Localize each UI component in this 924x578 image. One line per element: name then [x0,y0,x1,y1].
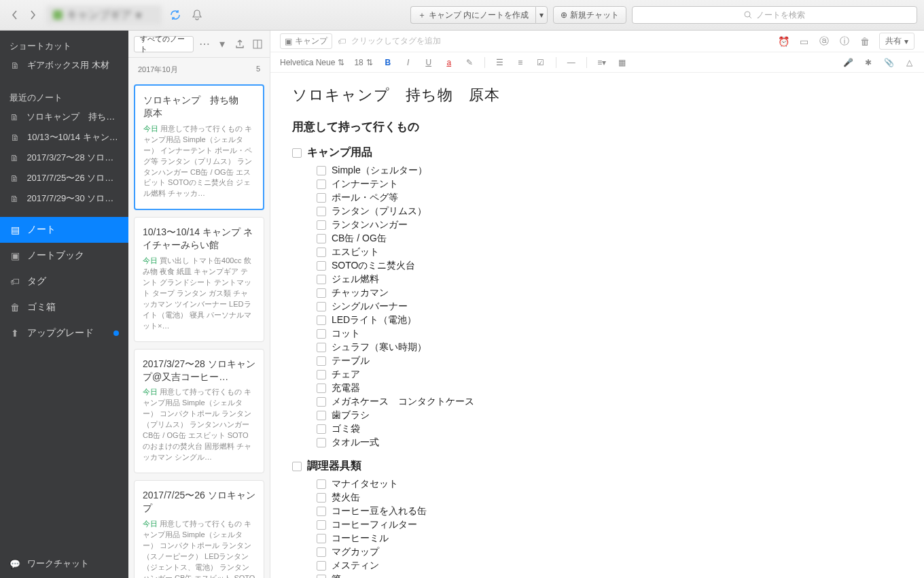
recent-label: 2017/3/27〜28 ソロキ… [26,152,119,164]
italic-button[interactable]: I [403,58,414,67]
more-icon[interactable]: ⋯ [198,37,211,52]
attach-icon[interactable]: 📎 [883,58,894,67]
checkbox[interactable] [317,397,326,407]
hr-button[interactable]: — [566,58,577,67]
shortcut-item[interactable]: 🗎 ギアボックス用 木材 [0,55,128,75]
note-card[interactable]: 2017/3/27〜28 ソロキャンプ@又吉コーヒー…今日 用意して持って行くも… [134,349,264,473]
checkbox[interactable] [317,507,326,516]
item-label: 箸 [332,573,341,578]
mic-icon[interactable]: 🎤 [842,58,853,67]
checkbox[interactable] [317,220,326,230]
delete-icon[interactable]: 🗑 [859,36,871,47]
nav-upgrade[interactable]: ⬆アップグレード [0,320,128,346]
checkbox[interactable] [317,261,326,271]
checklist-button[interactable]: ☑ [535,58,546,67]
checkbox[interactable] [317,288,326,298]
camera-icon[interactable]: ✱ [863,58,874,67]
checkbox[interactable] [317,302,326,311]
recent-item[interactable]: 🗎2017/7/25〜26 ソロキ… [0,168,128,188]
checkbox[interactable] [317,520,326,530]
annotate-icon[interactable]: ⓐ [818,35,830,48]
create-note-menu-button[interactable]: ▾ [535,6,548,24]
new-chat-button[interactable]: ⊕新規チャット [553,6,626,24]
text-color-button[interactable]: a [444,58,455,67]
section-name: キャンプ用品 [307,146,372,160]
checkbox[interactable] [317,547,326,557]
present-icon[interactable]: ▭ [798,36,810,47]
nav-notebooks[interactable]: ▣ノートブック [0,243,128,269]
nav-trash[interactable]: 🗑ゴミ箱 [0,294,128,320]
note-card[interactable]: ソロキャンプ 持ち物 原本今日 用意して持って行くもの キャンプ用品 Simpl… [134,84,264,210]
nav-notes[interactable]: ▤ノート [0,217,128,243]
number-list-button[interactable]: ≡ [515,58,526,67]
item-label: CB缶 / OG缶 [332,233,387,245]
info-icon[interactable]: ⓘ [838,35,851,48]
checkbox[interactable] [317,329,326,339]
checkbox[interactable] [317,343,326,352]
sort-chevron-icon[interactable]: ▾ [215,37,229,52]
checklist: Simple（シェルター）インナーテントポール・ペグ等ランタン（プリムス）ランタ… [292,164,897,449]
share-button[interactable]: 共有▾ [879,33,914,50]
list-filter-selector[interactable]: すべてのノート [134,36,194,52]
checkbox[interactable] [317,356,326,366]
checkbox[interactable] [317,493,326,503]
size-selector[interactable]: 18⇅ [354,58,372,67]
document-body[interactable]: ソロキャンプ 持ち物 原本 用意して持って行くもの キャンプ用品Simple（シ… [270,73,924,578]
checklist-item: コーヒーフィルター [330,518,897,532]
align-button[interactable]: ≡▾ [597,58,607,67]
checkbox[interactable] [317,575,326,578]
recent-item[interactable]: 🗎2017/3/27〜28 ソロキ… [0,148,128,168]
recent-item[interactable]: 🗎ソロキャンプ 持ち物… [0,107,128,127]
checkbox[interactable] [317,166,326,175]
checkbox[interactable] [317,534,326,543]
sync-icon[interactable] [167,7,183,23]
card-snippet: 今日 買い出し トマト缶400cc 飲み物 夜食 紙皿 キャンプギア テント グ… [143,256,255,332]
highlight-button[interactable]: ✎ [464,58,475,67]
checkbox[interactable] [317,384,326,393]
recent-item[interactable]: 🗎2017/7/29〜30 ソロキ… [0,188,128,209]
note-title[interactable]: ソロキャンプ 持ち物 原本 [292,85,897,105]
search-input[interactable]: ノートを検索 [632,6,917,24]
checkbox[interactable] [292,148,302,158]
checkbox[interactable] [317,424,326,434]
checkbox[interactable] [317,316,326,325]
tag-input[interactable]: クリックしてタグを追加 [351,35,441,47]
recent-item[interactable]: 🗎10/13〜10/14 キャン… [0,127,128,148]
checkbox[interactable] [317,370,326,379]
notebook-selector[interactable]: キャンプギア ▾ [46,5,162,25]
checkbox[interactable] [317,479,326,489]
checkbox[interactable] [317,411,326,420]
checkbox[interactable] [317,438,326,447]
notifications-icon[interactable] [189,7,205,23]
underline-button[interactable]: U [423,58,434,67]
layout-icon[interactable] [251,37,264,52]
create-note-button[interactable]: ＋キャンプ 内にノートを作成 [410,6,535,24]
note-card[interactable]: 10/13〜10/14 キャンプ ネイチャーみらい館今日 買い出し トマト缶40… [134,217,264,341]
notebook-crumb[interactable]: ▣キャンプ [280,33,332,49]
checkbox[interactable] [317,248,326,257]
note-card[interactable]: 2017/7/25〜26 ソロキャンプ今日 用意して持って行くもの キャンプ用品… [134,480,264,578]
item-label: マナイタセット [332,478,398,490]
nav-tags[interactable]: 🏷タグ [0,269,128,294]
lock-icon[interactable]: 🏷 [338,37,346,46]
table-button[interactable]: ▦ [617,58,628,67]
bullet-list-button[interactable]: ☰ [495,58,505,67]
nav-back-button[interactable] [7,7,23,23]
drive-icon[interactable]: △ [904,58,914,67]
trash-icon: 🗑 [10,302,20,313]
checkbox[interactable] [317,234,326,243]
checkbox[interactable] [317,193,326,203]
item-label: チャッカマン [332,287,389,299]
checkbox[interactable] [317,561,326,571]
checkbox[interactable] [317,207,326,216]
checklist-item: マナイタセット [330,477,897,491]
bold-button[interactable]: B [383,58,393,67]
nav-forward-button[interactable] [24,7,41,23]
share-icon[interactable] [233,37,247,52]
checkbox[interactable] [292,462,302,471]
font-selector[interactable]: Helvetica Neue⇅ [280,58,344,67]
checkbox[interactable] [317,275,326,284]
workchat-button[interactable]: 💬 ワークチャット [0,549,128,578]
reminder-icon[interactable]: ⏰ [777,36,789,47]
checkbox[interactable] [317,180,326,189]
